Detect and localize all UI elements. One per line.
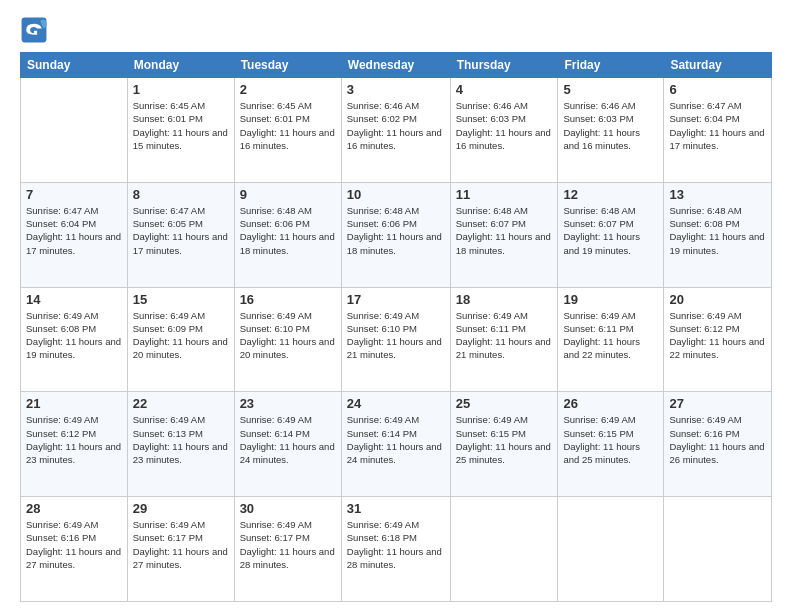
- day-number: 3: [347, 82, 445, 97]
- day-info: Sunrise: 6:49 AMSunset: 6:18 PMDaylight:…: [347, 518, 445, 571]
- day-info: Sunrise: 6:48 AMSunset: 6:07 PMDaylight:…: [456, 204, 553, 257]
- day-number: 24: [347, 396, 445, 411]
- day-info: Sunrise: 6:49 AMSunset: 6:14 PMDaylight:…: [240, 413, 336, 466]
- calendar-table: SundayMondayTuesdayWednesdayThursdayFrid…: [20, 52, 772, 602]
- day-number: 28: [26, 501, 122, 516]
- calendar-cell: 8Sunrise: 6:47 AMSunset: 6:05 PMDaylight…: [127, 182, 234, 287]
- day-number: 6: [669, 82, 766, 97]
- day-number: 11: [456, 187, 553, 202]
- calendar-cell: 12Sunrise: 6:48 AMSunset: 6:07 PMDayligh…: [558, 182, 664, 287]
- calendar-cell: 24Sunrise: 6:49 AMSunset: 6:14 PMDayligh…: [341, 392, 450, 497]
- day-info: Sunrise: 6:49 AMSunset: 6:08 PMDaylight:…: [26, 309, 122, 362]
- calendar-cell: 11Sunrise: 6:48 AMSunset: 6:07 PMDayligh…: [450, 182, 558, 287]
- calendar-cell: [450, 497, 558, 602]
- calendar-cell: 7Sunrise: 6:47 AMSunset: 6:04 PMDaylight…: [21, 182, 128, 287]
- day-info: Sunrise: 6:46 AMSunset: 6:03 PMDaylight:…: [456, 99, 553, 152]
- weekday-header: Friday: [558, 53, 664, 78]
- day-number: 22: [133, 396, 229, 411]
- day-info: Sunrise: 6:49 AMSunset: 6:17 PMDaylight:…: [133, 518, 229, 571]
- day-number: 31: [347, 501, 445, 516]
- day-info: Sunrise: 6:49 AMSunset: 6:16 PMDaylight:…: [669, 413, 766, 466]
- day-number: 27: [669, 396, 766, 411]
- header: [20, 16, 772, 44]
- day-number: 23: [240, 396, 336, 411]
- day-info: Sunrise: 6:45 AMSunset: 6:01 PMDaylight:…: [240, 99, 336, 152]
- day-number: 1: [133, 82, 229, 97]
- calendar-cell: 13Sunrise: 6:48 AMSunset: 6:08 PMDayligh…: [664, 182, 772, 287]
- weekday-header: Thursday: [450, 53, 558, 78]
- day-info: Sunrise: 6:49 AMSunset: 6:15 PMDaylight:…: [563, 413, 658, 466]
- day-info: Sunrise: 6:49 AMSunset: 6:10 PMDaylight:…: [240, 309, 336, 362]
- day-info: Sunrise: 6:49 AMSunset: 6:13 PMDaylight:…: [133, 413, 229, 466]
- calendar-cell: [558, 497, 664, 602]
- calendar-cell: 6Sunrise: 6:47 AMSunset: 6:04 PMDaylight…: [664, 78, 772, 183]
- day-number: 5: [563, 82, 658, 97]
- calendar-cell: 26Sunrise: 6:49 AMSunset: 6:15 PMDayligh…: [558, 392, 664, 497]
- calendar-cell: 30Sunrise: 6:49 AMSunset: 6:17 PMDayligh…: [234, 497, 341, 602]
- day-number: 30: [240, 501, 336, 516]
- day-number: 15: [133, 292, 229, 307]
- day-info: Sunrise: 6:46 AMSunset: 6:03 PMDaylight:…: [563, 99, 658, 152]
- calendar-cell: 28Sunrise: 6:49 AMSunset: 6:16 PMDayligh…: [21, 497, 128, 602]
- calendar-cell: 3Sunrise: 6:46 AMSunset: 6:02 PMDaylight…: [341, 78, 450, 183]
- day-number: 4: [456, 82, 553, 97]
- calendar-cell: 25Sunrise: 6:49 AMSunset: 6:15 PMDayligh…: [450, 392, 558, 497]
- calendar-cell: 17Sunrise: 6:49 AMSunset: 6:10 PMDayligh…: [341, 287, 450, 392]
- calendar-cell: [664, 497, 772, 602]
- calendar-cell: 27Sunrise: 6:49 AMSunset: 6:16 PMDayligh…: [664, 392, 772, 497]
- calendar-week-row: 14Sunrise: 6:49 AMSunset: 6:08 PMDayligh…: [21, 287, 772, 392]
- day-number: 13: [669, 187, 766, 202]
- calendar-week-row: 7Sunrise: 6:47 AMSunset: 6:04 PMDaylight…: [21, 182, 772, 287]
- weekday-header: Sunday: [21, 53, 128, 78]
- calendar-cell: 4Sunrise: 6:46 AMSunset: 6:03 PMDaylight…: [450, 78, 558, 183]
- calendar-week-row: 28Sunrise: 6:49 AMSunset: 6:16 PMDayligh…: [21, 497, 772, 602]
- day-info: Sunrise: 6:49 AMSunset: 6:12 PMDaylight:…: [669, 309, 766, 362]
- day-info: Sunrise: 6:49 AMSunset: 6:11 PMDaylight:…: [456, 309, 553, 362]
- day-number: 21: [26, 396, 122, 411]
- day-info: Sunrise: 6:47 AMSunset: 6:04 PMDaylight:…: [669, 99, 766, 152]
- day-info: Sunrise: 6:49 AMSunset: 6:14 PMDaylight:…: [347, 413, 445, 466]
- day-info: Sunrise: 6:46 AMSunset: 6:02 PMDaylight:…: [347, 99, 445, 152]
- logo-icon: [20, 16, 48, 44]
- day-info: Sunrise: 6:48 AMSunset: 6:08 PMDaylight:…: [669, 204, 766, 257]
- day-info: Sunrise: 6:45 AMSunset: 6:01 PMDaylight:…: [133, 99, 229, 152]
- weekday-header: Saturday: [664, 53, 772, 78]
- day-number: 29: [133, 501, 229, 516]
- calendar-cell: 21Sunrise: 6:49 AMSunset: 6:12 PMDayligh…: [21, 392, 128, 497]
- calendar-cell: 14Sunrise: 6:49 AMSunset: 6:08 PMDayligh…: [21, 287, 128, 392]
- calendar-cell: 15Sunrise: 6:49 AMSunset: 6:09 PMDayligh…: [127, 287, 234, 392]
- day-info: Sunrise: 6:49 AMSunset: 6:12 PMDaylight:…: [26, 413, 122, 466]
- calendar-cell: 20Sunrise: 6:49 AMSunset: 6:12 PMDayligh…: [664, 287, 772, 392]
- logo: [20, 16, 52, 44]
- weekday-header: Monday: [127, 53, 234, 78]
- calendar-cell: 10Sunrise: 6:48 AMSunset: 6:06 PMDayligh…: [341, 182, 450, 287]
- page: SundayMondayTuesdayWednesdayThursdayFrid…: [0, 0, 792, 612]
- day-number: 10: [347, 187, 445, 202]
- day-number: 26: [563, 396, 658, 411]
- calendar-cell: 9Sunrise: 6:48 AMSunset: 6:06 PMDaylight…: [234, 182, 341, 287]
- calendar-cell: 31Sunrise: 6:49 AMSunset: 6:18 PMDayligh…: [341, 497, 450, 602]
- day-info: Sunrise: 6:49 AMSunset: 6:15 PMDaylight:…: [456, 413, 553, 466]
- calendar-cell: 5Sunrise: 6:46 AMSunset: 6:03 PMDaylight…: [558, 78, 664, 183]
- day-info: Sunrise: 6:47 AMSunset: 6:05 PMDaylight:…: [133, 204, 229, 257]
- calendar-cell: 19Sunrise: 6:49 AMSunset: 6:11 PMDayligh…: [558, 287, 664, 392]
- day-number: 17: [347, 292, 445, 307]
- day-number: 25: [456, 396, 553, 411]
- calendar-cell: 22Sunrise: 6:49 AMSunset: 6:13 PMDayligh…: [127, 392, 234, 497]
- day-number: 8: [133, 187, 229, 202]
- calendar-cell: 29Sunrise: 6:49 AMSunset: 6:17 PMDayligh…: [127, 497, 234, 602]
- calendar-cell: 16Sunrise: 6:49 AMSunset: 6:10 PMDayligh…: [234, 287, 341, 392]
- day-number: 19: [563, 292, 658, 307]
- day-info: Sunrise: 6:49 AMSunset: 6:10 PMDaylight:…: [347, 309, 445, 362]
- day-info: Sunrise: 6:47 AMSunset: 6:04 PMDaylight:…: [26, 204, 122, 257]
- weekday-header: Wednesday: [341, 53, 450, 78]
- day-number: 18: [456, 292, 553, 307]
- day-info: Sunrise: 6:48 AMSunset: 6:06 PMDaylight:…: [347, 204, 445, 257]
- calendar-week-row: 21Sunrise: 6:49 AMSunset: 6:12 PMDayligh…: [21, 392, 772, 497]
- day-number: 20: [669, 292, 766, 307]
- day-number: 9: [240, 187, 336, 202]
- day-number: 12: [563, 187, 658, 202]
- day-info: Sunrise: 6:49 AMSunset: 6:09 PMDaylight:…: [133, 309, 229, 362]
- day-info: Sunrise: 6:49 AMSunset: 6:17 PMDaylight:…: [240, 518, 336, 571]
- weekday-header: Tuesday: [234, 53, 341, 78]
